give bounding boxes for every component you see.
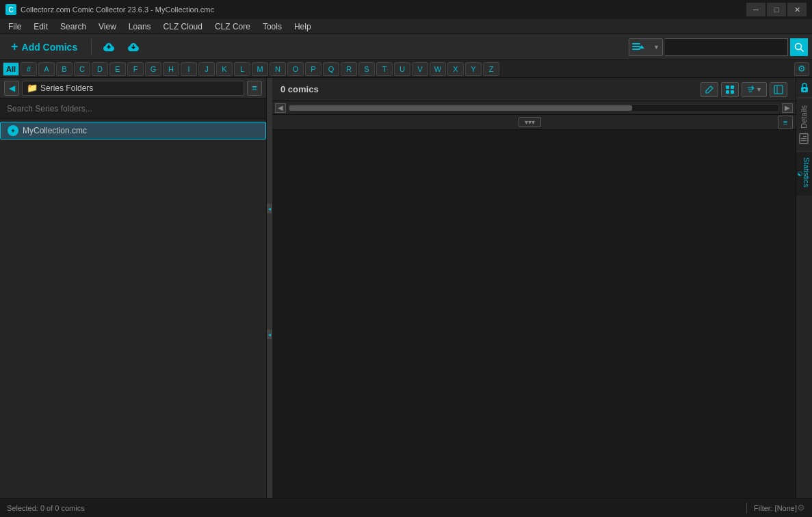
alpha-x-button[interactable]: X [447,62,464,76]
search-button[interactable] [790,38,808,56]
search-input[interactable] [665,38,788,56]
scroll-right-button[interactable]: ▶ [782,103,793,113]
alpha-b-button[interactable]: B [56,62,73,76]
alpha-v-button[interactable]: V [412,62,428,76]
resize-handle[interactable]: ◂ ◂ [267,78,272,498]
alpha-all-button[interactable]: All [3,62,19,76]
title-bar-left: C Collectorz.com Comic Collector 23.6.3 … [5,4,214,15]
comics-count: 0 comics [280,84,319,94]
list-item[interactable]: MyCollection.cmc [0,122,266,140]
alpha-h-button[interactable]: H [163,62,179,76]
svg-rect-2 [632,49,640,50]
minimize-button[interactable]: ─ [746,3,765,16]
svg-rect-1 [632,46,640,47]
menu-help[interactable]: Help [289,21,317,33]
sidebar: ◀ 📁 Series Folders ≡ MyCollection.cmc [0,78,267,498]
alpha-c-button[interactable]: C [74,62,90,76]
alpha-w-button[interactable]: W [430,62,446,76]
alpha-f-button[interactable]: F [127,62,144,76]
title-bar: C Collectorz.com Comic Collector 23.6.3 … [0,0,812,19]
statistics-tab-label: Statistics [802,157,811,187]
svg-point-14 [803,89,805,91]
alpha-hash-button[interactable]: # [21,62,37,76]
sidebar-nav-button[interactable]: ◀ [4,81,19,96]
add-comics-button[interactable]: + Add Comics [4,37,84,57]
alpha-s-button[interactable]: S [358,62,375,76]
details-tab[interactable]: Details [796,98,812,151]
maximize-button[interactable]: □ [767,3,786,16]
collection-label: MyCollection.cmc [23,126,87,135]
svg-rect-7 [726,85,729,89]
alpha-t-button[interactable]: T [376,62,393,76]
add-comics-label: Add Comics [22,42,78,53]
menu-loans[interactable]: Loans [123,21,157,33]
cloud-download-button[interactable] [123,38,144,57]
statistics-tab[interactable]: Statistics [796,151,812,196]
menu-bar: File Edit Search View Loans CLZ Cloud CL… [0,19,812,34]
search-dropdown[interactable]: ▼ [629,38,663,56]
alpha-r-button[interactable]: R [341,62,357,76]
options-button[interactable] [770,82,787,97]
toolbar-divider-1 [91,39,92,55]
status-bar: Selected: 0 of 0 comics Filter: [None] ⚙ [0,498,812,517]
sidebar-list-button[interactable]: ≡ [247,81,262,96]
menu-edit[interactable]: Edit [28,21,53,33]
svg-line-5 [801,49,804,51]
add-plus-icon: + [11,40,18,54]
content-area: 0 comics [272,78,796,498]
toolbar: + Add Comics ▼ [0,34,812,60]
status-corner-icon[interactable]: ⚙ [797,503,805,513]
sidebar-content: MyCollection.cmc [0,119,266,498]
content-tools: ▼ [700,82,787,97]
menu-view[interactable]: View [93,21,122,33]
alpha-m-button[interactable]: M [252,62,268,76]
column-options-button[interactable]: ≡ [778,116,793,129]
menu-clz-core[interactable]: CLZ Core [209,21,256,33]
alpha-settings-button[interactable]: ⚙ [794,62,809,76]
alpha-a-button[interactable]: A [38,62,55,76]
scroll-track[interactable] [289,104,779,112]
status-divider [746,503,747,514]
collection-icon [8,125,18,136]
alpha-z-button[interactable]: Z [483,62,499,76]
svg-rect-0 [632,43,640,44]
menu-file[interactable]: File [3,21,27,33]
alpha-y-button[interactable]: Y [465,62,482,76]
alpha-d-button[interactable]: D [92,62,108,76]
details-tab-label: Details [800,105,808,129]
column-dropdown[interactable]: ▾▾▾ [519,117,541,127]
edit-tool-button[interactable] [700,82,718,97]
menu-clz-cloud[interactable]: CLZ Cloud [158,21,208,33]
scroll-left-button[interactable]: ◀ [275,103,286,113]
menu-tools[interactable]: Tools [257,21,287,33]
alpha-u-button[interactable]: U [394,62,410,76]
alpha-p-button[interactable]: P [305,62,322,76]
scroll-thumb[interactable] [289,105,632,111]
alpha-o-button[interactable]: O [287,62,304,76]
series-folders-text: Series Folders [40,83,93,93]
sidebar-search-input[interactable] [0,98,266,119]
alpha-n-button[interactable]: N [270,62,286,76]
app-icon: C [5,4,16,15]
svg-rect-9 [726,90,729,94]
close-button[interactable]: ✕ [787,3,807,16]
alpha-q-button[interactable]: Q [323,62,339,76]
folder-icon: 📁 [27,83,38,93]
menu-search[interactable]: Search [55,21,92,33]
alpha-j-button[interactable]: J [198,62,215,76]
alpha-e-button[interactable]: E [109,62,126,76]
lock-icon-button[interactable] [796,78,812,98]
alpha-k-button[interactable]: K [216,62,233,76]
collapse-handle-bottom[interactable]: ◂ [267,330,272,339]
collapse-handle-top[interactable]: ◂ [267,204,272,213]
cloud-upload-button[interactable] [99,38,119,57]
sort-button[interactable]: ▼ [742,82,767,97]
alpha-g-button[interactable]: G [145,62,161,76]
svg-rect-11 [774,85,783,94]
title-controls: ─ □ ✕ [746,3,807,16]
alpha-i-button[interactable]: I [181,62,197,76]
grid-view-button[interactable] [721,82,739,97]
search-area: ▼ [629,38,808,56]
alpha-l-button[interactable]: L [234,62,250,76]
content-header: 0 comics [272,78,796,101]
